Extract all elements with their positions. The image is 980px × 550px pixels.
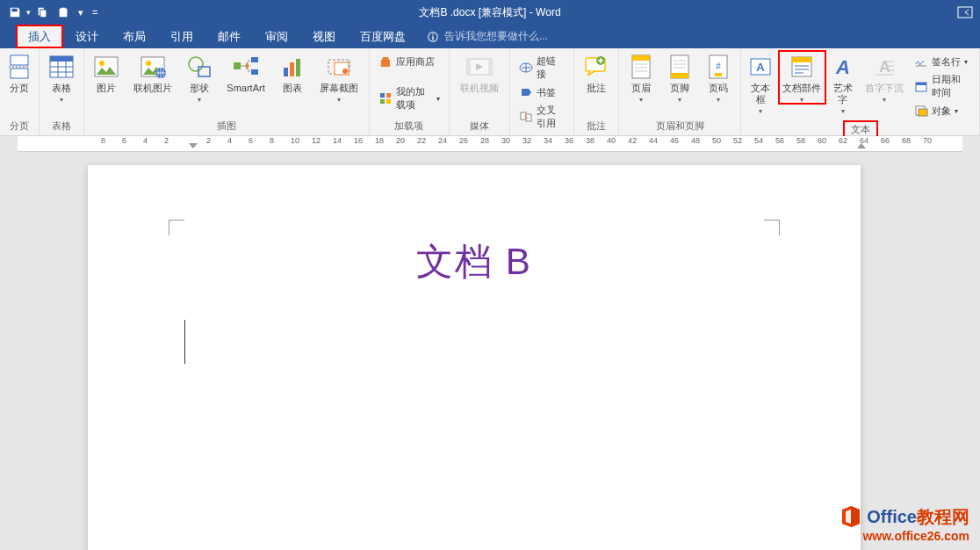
header-button[interactable]: 页眉 ▾ bbox=[623, 51, 659, 104]
document-area: 文档 B bbox=[0, 152, 980, 550]
titlebar: ▾ ▾ = 文档B .docx [兼容模式] - Word bbox=[0, 0, 980, 25]
group-label-addins: 加载项 bbox=[373, 118, 445, 135]
indent-marker-icon[interactable] bbox=[857, 143, 866, 152]
quickparts-icon bbox=[788, 53, 816, 81]
signature-button[interactable]: 签名行 ▾ bbox=[911, 53, 974, 70]
svg-rect-23 bbox=[284, 68, 288, 76]
indent-marker-icon[interactable] bbox=[189, 143, 198, 152]
group-label-headerfooter: 页眉和页脚 bbox=[623, 118, 737, 135]
crossref-icon bbox=[519, 110, 533, 124]
chart-button[interactable]: 图表 bbox=[274, 51, 311, 94]
dropcap-button[interactable]: A 首字下沉 ▾ bbox=[861, 51, 907, 104]
footer-icon bbox=[666, 53, 694, 81]
textbox-button[interactable]: A 文本框 ▾ bbox=[745, 51, 777, 115]
screenshot-icon bbox=[325, 53, 353, 81]
ribbon-tabs: 插入 设计 布局 引用 邮件 审阅 视图 百度网盘 告诉我您想要做什么... bbox=[0, 25, 980, 48]
page[interactable]: 文档 B bbox=[88, 165, 861, 550]
online-video-button[interactable]: 联机视频 bbox=[453, 51, 506, 94]
window-title: 文档B .docx [兼容模式] - Word bbox=[419, 5, 560, 20]
comment-icon bbox=[582, 53, 610, 81]
object-button[interactable]: 对象 ▾ bbox=[911, 102, 974, 119]
bookmark-button[interactable]: 书签 bbox=[515, 83, 568, 101]
dropdown-arrow-icon: ▾ bbox=[337, 96, 341, 104]
svg-point-14 bbox=[99, 61, 104, 66]
group-label-illustrations: 插图 bbox=[88, 118, 365, 135]
table-button[interactable]: 表格 ▾ bbox=[43, 51, 80, 104]
dropdown-arrow-icon: ▾ bbox=[639, 96, 643, 104]
pagenum-button[interactable]: # 页码 ▾ bbox=[700, 51, 737, 104]
svg-text:A: A bbox=[757, 61, 766, 74]
screenshot-button[interactable]: 屏幕截图 ▾ bbox=[313, 51, 365, 104]
watermark: Office教程网 www.office26.com bbox=[839, 504, 969, 543]
my-addins-button[interactable]: 我的加载项 ▾ bbox=[375, 83, 443, 113]
page-break-button[interactable]: 分页 bbox=[4, 51, 35, 94]
object-icon bbox=[914, 104, 928, 118]
online-picture-icon bbox=[139, 53, 167, 81]
svg-rect-20 bbox=[234, 62, 241, 69]
tab-mailings[interactable]: 邮件 bbox=[205, 25, 253, 48]
tell-me-search[interactable]: 告诉我您想要做什么... bbox=[427, 29, 548, 44]
group-comments: 批注 批注 bbox=[574, 48, 619, 135]
margin-corner-icon bbox=[169, 220, 184, 235]
tab-design[interactable]: 设计 bbox=[63, 25, 111, 48]
svg-text:#: # bbox=[716, 62, 721, 71]
smartart-icon bbox=[232, 53, 260, 81]
tab-baidu[interactable]: 百度网盘 bbox=[348, 25, 418, 48]
svg-rect-22 bbox=[251, 69, 258, 75]
svg-rect-34 bbox=[467, 59, 471, 75]
bookmark-icon bbox=[519, 85, 533, 99]
datetime-button[interactable]: 日期和时间 bbox=[911, 71, 974, 101]
dropdown-arrow-icon: ▾ bbox=[60, 96, 63, 104]
picture-button[interactable]: 图片 bbox=[88, 51, 125, 94]
ribbon: 分页 分页 表格 ▾ 表格 图片 bbox=[0, 48, 980, 136]
online-picture-button[interactable]: 联机图片 bbox=[126, 51, 179, 94]
svg-rect-57 bbox=[792, 57, 811, 62]
window-ribbon-options[interactable] bbox=[957, 6, 973, 18]
tab-references[interactable]: 引用 bbox=[158, 25, 205, 48]
textbox-icon: A bbox=[746, 53, 775, 81]
addins-icon bbox=[378, 91, 393, 105]
crossref-button[interactable]: 交叉引用 bbox=[515, 102, 568, 132]
document-heading[interactable]: 文档 B bbox=[167, 237, 782, 286]
svg-text:A: A bbox=[879, 58, 890, 76]
smartart-button[interactable]: SmartArt bbox=[220, 51, 272, 94]
svg-rect-4 bbox=[11, 55, 28, 65]
save-icon[interactable] bbox=[5, 3, 25, 22]
svg-rect-53 bbox=[715, 73, 722, 76]
paste-icon[interactable] bbox=[54, 3, 73, 22]
page-break-icon bbox=[5, 53, 33, 81]
dropdown-arrow-icon: ▾ bbox=[883, 96, 886, 104]
quickparts-button[interactable]: 文档部件 ▾ bbox=[779, 51, 825, 104]
tab-insert[interactable]: 插入 bbox=[16, 25, 63, 48]
horizontal-ruler[interactable]: 8642246810121416182022242628303234363840… bbox=[18, 136, 962, 152]
svg-point-18 bbox=[189, 57, 203, 71]
svg-rect-29 bbox=[380, 93, 385, 98]
hyperlink-button[interactable]: 超链接 bbox=[515, 53, 568, 83]
tell-me-placeholder: 告诉我您想要做什么... bbox=[444, 29, 548, 44]
group-addins: 应用商店 我的加载项 ▾ 加载项 bbox=[370, 48, 450, 135]
watermark-url: www.office26.com bbox=[839, 529, 969, 543]
copy-icon[interactable] bbox=[32, 3, 52, 22]
group-links: 超链接 书签 交叉引用 链接 bbox=[510, 48, 574, 135]
group-label-comments: 批注 bbox=[578, 118, 615, 135]
svg-rect-69 bbox=[916, 83, 926, 85]
svg-point-16 bbox=[146, 61, 151, 66]
group-media: 联机视频 媒体 bbox=[450, 48, 510, 135]
tab-layout[interactable]: 布局 bbox=[111, 25, 158, 48]
tab-review[interactable]: 审阅 bbox=[253, 25, 300, 48]
store-button[interactable]: 应用商店 bbox=[375, 53, 443, 70]
footer-button[interactable]: 页脚 ▾ bbox=[661, 51, 698, 104]
shapes-icon bbox=[185, 53, 213, 81]
signature-icon bbox=[914, 54, 928, 69]
svg-rect-71 bbox=[919, 109, 927, 116]
office-logo-icon bbox=[839, 504, 863, 529]
wordart-button[interactable]: A 艺术字 ▾ bbox=[827, 51, 860, 115]
svg-rect-19 bbox=[198, 67, 210, 76]
comment-button[interactable]: 批注 bbox=[578, 51, 615, 94]
dropcap-icon: A bbox=[870, 53, 898, 81]
hyperlink-icon bbox=[519, 61, 533, 75]
shapes-button[interactable]: 形状 ▾ bbox=[181, 51, 218, 104]
svg-rect-3 bbox=[432, 36, 434, 40]
wordart-icon: A bbox=[829, 53, 857, 81]
tab-view[interactable]: 视图 bbox=[300, 25, 348, 48]
